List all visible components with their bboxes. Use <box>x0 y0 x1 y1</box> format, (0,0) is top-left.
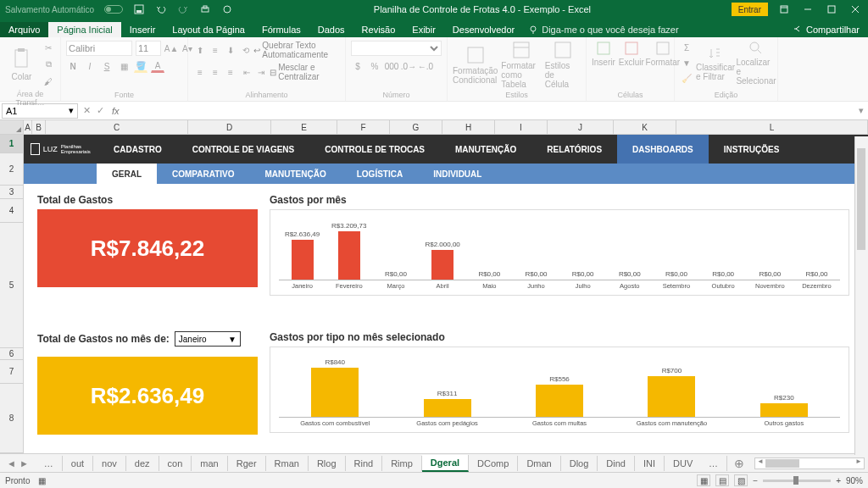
paste-button[interactable]: Colar <box>5 48 38 81</box>
maximize-icon[interactable] <box>824 2 839 17</box>
delete-cell-button[interactable]: Excluir <box>619 41 644 67</box>
percent-icon[interactable]: % <box>368 59 381 73</box>
orientation-icon[interactable]: ⟲ <box>241 43 250 57</box>
increase-font-icon[interactable]: A▲ <box>164 42 178 55</box>
month-select[interactable]: Janeiro▼ <box>175 331 241 347</box>
find-select-button[interactable]: Localizar e Selecionar <box>737 41 775 86</box>
currency-icon[interactable]: $ <box>351 59 364 73</box>
zoom-level[interactable]: 90% <box>846 476 863 485</box>
font-name-select[interactable] <box>66 41 132 56</box>
subnav-tab[interactable]: COMPARATIVO <box>157 164 250 184</box>
increase-decimal-icon[interactable]: .0→ <box>402 59 415 73</box>
align-left-icon[interactable]: ≡ <box>193 65 207 79</box>
tab-insert[interactable]: Inserir <box>121 22 164 37</box>
cut-icon[interactable]: ✂ <box>42 41 55 54</box>
share-button[interactable]: Compartilhar <box>784 22 868 37</box>
subnav-tab[interactable]: INDIVIDUAL <box>418 164 497 184</box>
border-button[interactable]: ▦ <box>117 59 131 73</box>
thousands-icon[interactable]: 000 <box>385 59 398 73</box>
page-layout-icon[interactable]: ▤ <box>715 474 729 486</box>
insert-cell-button[interactable]: Inserir <box>592 41 615 67</box>
print-icon[interactable] <box>199 3 211 15</box>
tab-developer[interactable]: Desenvolvedor <box>444 22 523 37</box>
scrollbar-thumb[interactable] <box>765 459 799 468</box>
align-right-icon[interactable]: ≡ <box>224 65 237 79</box>
bold-button[interactable]: N <box>66 59 80 73</box>
subnav-tab[interactable]: LOGÍSTICA <box>342 164 418 184</box>
tab-view[interactable]: Exibir <box>403 22 444 37</box>
increase-indent-icon[interactable]: ⇥ <box>255 65 266 79</box>
column-header[interactable]: L <box>676 120 868 134</box>
nav-item[interactable]: CADASTRO <box>98 135 177 164</box>
column-header[interactable]: F <box>337 120 390 134</box>
subnav-tab[interactable]: MANUTENÇÃO <box>250 164 342 184</box>
font-size-select[interactable] <box>136 41 161 56</box>
column-header[interactable]: J <box>548 120 614 134</box>
macro-icon[interactable]: ▦ <box>38 476 46 485</box>
conditional-formatting-button[interactable]: Formatação Condicional <box>453 46 498 85</box>
expand-formula-icon[interactable]: ▾ <box>854 105 868 116</box>
row-header[interactable]: 5 <box>0 223 23 348</box>
clear-icon[interactable]: 🧹 <box>680 72 693 86</box>
vertical-scrollbar[interactable] <box>854 136 868 455</box>
subnav-tab[interactable]: GERAL <box>97 164 157 184</box>
format-cell-button[interactable]: Formatar <box>648 41 678 67</box>
align-middle-icon[interactable]: ≡ <box>209 43 222 57</box>
touch-mode-icon[interactable] <box>221 3 233 15</box>
row-header[interactable]: 7 <box>0 360 23 384</box>
page-break-icon[interactable]: ▧ <box>734 474 748 486</box>
column-header[interactable]: E <box>271 120 337 134</box>
minimize-icon[interactable] <box>800 2 815 17</box>
autosave-toggle[interactable] <box>104 5 123 14</box>
align-top-icon[interactable]: ⬆ <box>193 43 207 57</box>
column-header[interactable]: I <box>495 120 548 134</box>
tab-home[interactable]: Página Inicial <box>48 22 120 37</box>
sheet-nav-arrows[interactable]: ◄► <box>0 458 36 469</box>
nav-item[interactable]: CONTROLE DE VIAGENS <box>177 135 310 164</box>
zoom-out-button[interactable]: − <box>753 476 758 485</box>
nav-item[interactable]: RELATÓRIOS <box>531 135 617 164</box>
column-header[interactable]: K <box>614 120 676 134</box>
enter-formula-icon[interactable]: ✓ <box>93 105 107 116</box>
fill-icon[interactable]: ▼ <box>680 57 693 70</box>
format-as-table-button[interactable]: Formatar como Tabela <box>501 41 541 89</box>
horizontal-scrollbar[interactable] <box>754 458 865 469</box>
decrease-decimal-icon[interactable]: ←.0 <box>419 59 432 73</box>
number-format-select[interactable] <box>351 41 442 56</box>
tab-data[interactable]: Dados <box>309 22 353 37</box>
redo-icon[interactable] <box>177 3 189 15</box>
row-header[interactable]: 1 <box>0 135 23 153</box>
sign-in-button[interactable]: Entrar <box>732 3 768 16</box>
column-header[interactable]: D <box>188 120 271 134</box>
tab-formulas[interactable]: Fórmulas <box>253 22 309 37</box>
align-center-icon[interactable]: ≡ <box>209 65 222 79</box>
fill-color-button[interactable]: 🪣 <box>134 59 147 73</box>
ribbon-options-icon[interactable] <box>776 2 792 17</box>
close-icon[interactable] <box>848 2 863 17</box>
copy-icon[interactable]: ⧉ <box>42 58 55 71</box>
merge-center-button[interactable]: ⊟Mesclar e Centralizar <box>270 63 340 81</box>
row-header[interactable]: 3 <box>0 186 23 199</box>
sort-filter-button[interactable]: Classificar e Filtrar <box>697 46 734 81</box>
cancel-formula-icon[interactable]: ✕ <box>80 105 93 116</box>
select-all-corner[interactable] <box>0 120 24 134</box>
nav-item[interactable]: DASHBOARDS <box>617 135 709 164</box>
column-header[interactable]: H <box>442 120 495 134</box>
formula-input[interactable] <box>125 103 854 119</box>
row-header[interactable]: 6 <box>0 348 23 360</box>
wrap-text-button[interactable]: ↩Quebrar Texto Automaticamente <box>253 41 340 59</box>
column-header[interactable]: A <box>24 120 32 134</box>
zoom-slider[interactable] <box>763 480 831 482</box>
save-icon[interactable] <box>133 3 145 15</box>
nav-item[interactable]: CONTROLE DE TROCAS <box>309 135 440 164</box>
normal-view-icon[interactable]: ▦ <box>697 474 710 486</box>
row-header[interactable]: 2 <box>0 153 23 186</box>
tab-layout[interactable]: Layout da Página <box>164 22 253 37</box>
format-painter-icon[interactable]: 🖌 <box>42 75 55 88</box>
row-header[interactable]: 8 <box>0 384 23 453</box>
nav-item[interactable]: MANUTENÇÃO <box>440 135 531 164</box>
decrease-indent-icon[interactable]: ⇤ <box>241 65 252 79</box>
fx-icon[interactable]: fx <box>107 106 125 116</box>
column-header[interactable]: G <box>390 120 442 134</box>
column-header[interactable]: B <box>32 120 46 134</box>
